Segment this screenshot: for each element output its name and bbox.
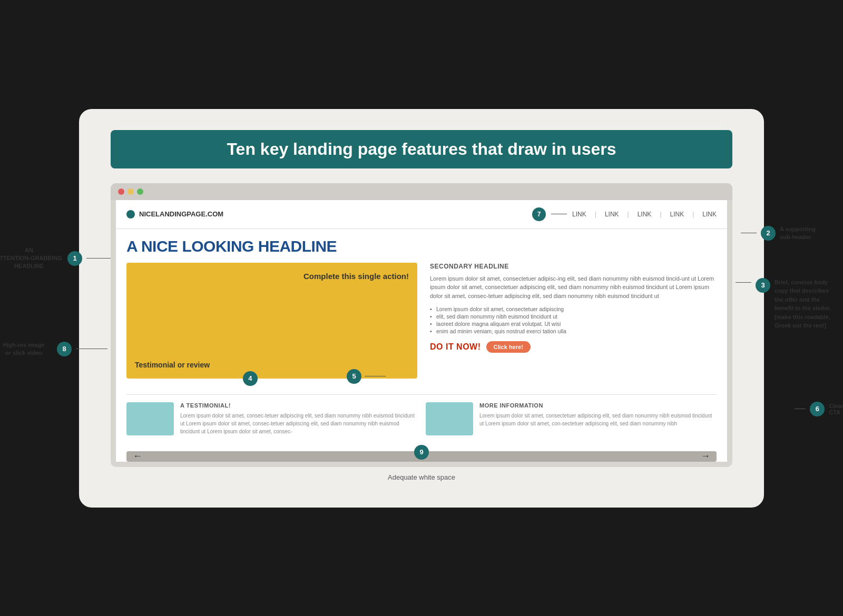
nav-link-3[interactable]: LINK xyxy=(638,211,652,218)
action-text: Complete this single action! xyxy=(135,271,409,282)
nav-links: LINK | LINK | LINK | LINK | LINK xyxy=(572,211,717,218)
more-info-title: MORE INFORMATION xyxy=(479,402,717,409)
logo-dot xyxy=(126,210,135,218)
testimonial-card: A TESTIMONIAL! Lorem ipsum dolor sit ame… xyxy=(126,402,417,435)
click-here-button[interactable]: Click here! xyxy=(486,341,531,353)
body-copy: Lorem ipsum dolor sit amet, consectetuer… xyxy=(430,274,717,301)
page-body: A NICE LOOKING HEADLINE Complete this si… xyxy=(116,229,727,446)
whitespace-label: Adequate white space xyxy=(111,473,732,481)
ws-arrow-right: → xyxy=(701,451,710,462)
minimize-dot[interactable] xyxy=(128,188,134,195)
badge-9: 9 xyxy=(414,445,429,460)
secondary-headline: SECONDARY HEADLINE xyxy=(430,263,717,270)
testimonial-info: A TESTIMONIAL! Lorem ipsum dolor sit ame… xyxy=(180,402,417,435)
annotation-6: 6 Clear CTA xyxy=(795,402,843,416)
site-logo-text: NICELANDINGPAGE.COM xyxy=(139,210,223,218)
testimonial-body: Lorem ipsum dolor sit amet, consec-tetue… xyxy=(180,412,417,435)
more-info-text: MORE INFORMATION Lorem ipsum dolor sit a… xyxy=(479,402,717,435)
nav-sep-3: | xyxy=(660,211,661,218)
outer-card: Ten key landing page features that draw … xyxy=(79,109,764,508)
annotation-2: 2 A supportingsub-header xyxy=(741,225,843,242)
bottom-section: A TESTIMONIAL! Lorem ipsum dolor sit ame… xyxy=(126,394,717,435)
badge-5-line xyxy=(365,376,386,376)
ann-1-text: ANATTENTION-GRABBINGHEADLINE xyxy=(0,246,63,271)
badge-5-area: 5 xyxy=(347,369,386,384)
whitespace-section: ← → 9 xyxy=(121,451,722,462)
badge-3: 3 xyxy=(756,278,770,293)
more-info-card: MORE INFORMATION Lorem ipsum dolor sit a… xyxy=(426,402,717,435)
content-grid: Complete this single action! Testimonial… xyxy=(126,263,717,379)
yellow-box: Complete this single action! Testimonial… xyxy=(126,263,417,379)
do-it-now-text: DO IT NOW! xyxy=(430,342,481,352)
more-info-image xyxy=(426,402,473,435)
site-nav: NICELANDINGPAGE.COM 7 LINK | LINK | LINK… xyxy=(116,200,727,229)
badge-4: 4 xyxy=(243,371,258,386)
badge-6: 6 xyxy=(810,402,825,416)
badge-4-area: 4 xyxy=(243,371,258,386)
nav-sep-2: | xyxy=(628,211,629,218)
nav-link-1[interactable]: LINK xyxy=(572,211,586,218)
badge-7: 7 xyxy=(532,207,546,221)
cta-row: DO IT NOW! Click here! xyxy=(430,341,717,353)
badge-9-area: 9 xyxy=(414,445,429,460)
ann-3-line xyxy=(736,282,751,283)
maximize-dot[interactable] xyxy=(137,188,143,195)
close-dot[interactable] xyxy=(118,188,124,195)
nav-badge-line xyxy=(551,214,567,214)
action-area: Complete this single action! xyxy=(135,271,409,282)
nav-sep-1: | xyxy=(595,211,596,218)
nav-badge-area: 7 LINK | LINK | LINK | LINK | LINK xyxy=(532,207,717,221)
badge-1: 1 xyxy=(67,251,82,266)
annotation-3: 3 Brief, concise bodycopy that describes… xyxy=(736,278,843,330)
browser-chrome xyxy=(111,183,732,200)
testimonial-title: A TESTIMONIAL! xyxy=(180,402,417,409)
ws-arrow-left: ← xyxy=(133,451,142,462)
ann-8-text: High-res imageor slick video xyxy=(0,341,53,357)
more-info-body: Lorem ipsum dolor sit amet, consectetuer… xyxy=(479,412,717,428)
ann-6-text: Clear CTA xyxy=(829,403,843,415)
ann-6-line xyxy=(795,409,806,409)
site-logo: NICELANDINGPAGE.COM xyxy=(126,210,223,218)
testimonial-image xyxy=(126,402,174,435)
browser-mockup: NICELANDINGPAGE.COM 7 LINK | LINK | LINK… xyxy=(111,183,732,467)
badge-8: 8 xyxy=(57,342,72,356)
ann-8-line xyxy=(76,349,107,349)
ann-2-line xyxy=(741,233,757,233)
nav-sep-4: | xyxy=(692,211,694,218)
main-title-bar: Ten key landing page features that draw … xyxy=(111,130,732,168)
main-title: Ten key landing page features that draw … xyxy=(126,140,717,159)
nav-link-4[interactable]: LINK xyxy=(670,211,684,218)
nav-link-5[interactable]: LINK xyxy=(702,211,717,218)
annotation-1: ANATTENTION-GRABBINGHEADLINE 1 xyxy=(0,246,118,271)
annotation-8: High-res imageor slick video 8 xyxy=(0,341,107,357)
ann-3-text: Brief, concise bodycopy that describesth… xyxy=(775,278,843,330)
right-content: SECONDARY HEADLINE Lorem ipsum dolor sit… xyxy=(426,263,717,379)
bullet-list: Lorem ipsum dolor sit amet, consectetuer… xyxy=(430,305,717,335)
nav-link-2[interactable]: LINK xyxy=(605,211,619,218)
ann-2-text: A supportingsub-header xyxy=(780,225,843,242)
bullet-4: enim ad minim veniam, quis nostrud exerc… xyxy=(430,327,717,335)
bullet-3: laoreet dolore magna aliquam erat volutp… xyxy=(430,320,717,327)
badge-2: 2 xyxy=(761,226,776,241)
page-headline: A NICE LOOKING HEADLINE xyxy=(126,237,717,255)
bullet-1: Lorem ipsum dolor sit amet, consectetuer… xyxy=(430,305,717,313)
bullet-2: elit, sed diam nonummy nibh euismod tinc… xyxy=(430,313,717,320)
badge-5: 5 xyxy=(347,369,361,384)
browser-content: NICELANDINGPAGE.COM 7 LINK | LINK | LINK… xyxy=(116,200,727,462)
